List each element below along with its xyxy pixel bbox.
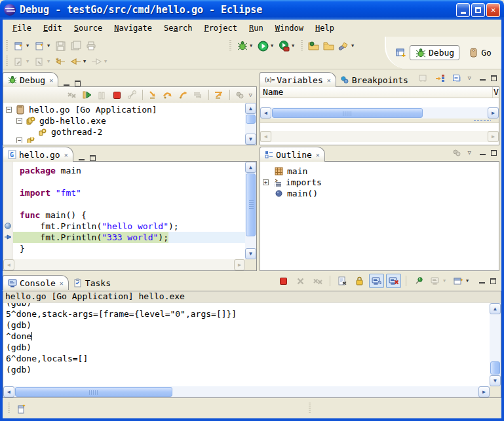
scroll-down-button[interactable]: ▼ — [245, 248, 256, 259]
collapse-all-button[interactable] — [450, 71, 465, 85]
disconnect-button[interactable] — [125, 88, 140, 102]
scroll-up-button[interactable]: ▲ — [245, 103, 256, 114]
window-minimize-button[interactable] — [456, 3, 470, 17]
scrollbar-thumb[interactable] — [272, 108, 423, 118]
close-icon[interactable]: ✕ — [327, 77, 331, 84]
scroll-left-button[interactable]: ◀ — [3, 386, 14, 397]
open-console-button[interactable]: ✦▼ — [451, 274, 472, 288]
debug-tree-row[interactable]: −hello.go [Go Application] — [3, 104, 245, 115]
menu-project[interactable]: Project — [198, 22, 243, 35]
resume-button[interactable] — [79, 88, 94, 102]
suspend-button[interactable] — [94, 88, 109, 102]
view-menu-chevron-icon[interactable]: ▽ — [467, 149, 473, 156]
fast-view-icon[interactable]: ✦ — [16, 403, 27, 414]
next-annotation-button[interactable]: ▼ — [11, 54, 32, 69]
clear-console-button[interactable] — [335, 274, 350, 288]
column-header-value[interactable]: V — [492, 87, 499, 98]
menu-run[interactable]: Run — [243, 22, 269, 35]
scrollbar-thumb[interactable] — [246, 174, 256, 236]
outline-item-row[interactable]: main — [260, 166, 499, 177]
console-vertical-scrollbar[interactable]: ▲ ▼ — [490, 303, 501, 386]
toolbar-grip[interactable] — [229, 40, 231, 52]
show-stdout-toggle[interactable] — [369, 274, 384, 288]
variables-detail-sash[interactable] — [260, 119, 499, 122]
scroll-down-button[interactable]: ▼ — [245, 134, 256, 145]
outline-misc-button[interactable] — [450, 145, 465, 160]
column-header-name[interactable]: Name — [260, 87, 492, 98]
scrollbar-thumb[interactable] — [15, 387, 172, 397]
console-output[interactable]: (gdb)5^done,stack-args=[frame={level="0"… — [4, 303, 490, 386]
display-selected-console-button[interactable]: ▼ — [428, 274, 449, 288]
view-menu-chevron-icon[interactable]: ▽ — [248, 92, 254, 98]
variables-horizontal-scrollbar[interactable]: ◀ ▶ — [260, 107, 499, 119]
console-terminate-button[interactable] — [276, 274, 291, 288]
outline-tab[interactable]: Outline ✕ — [260, 147, 325, 162]
show-logical-structure-button[interactable] — [433, 71, 448, 85]
debug-view-misc-button[interactable] — [233, 88, 248, 102]
code-line[interactable]: package main — [13, 165, 245, 176]
editor-code-area[interactable]: package mainimport "fmt"func main() { fm… — [13, 162, 245, 259]
scroll-right-button[interactable]: ▶ — [478, 386, 490, 397]
forward-button[interactable]: ▼ — [89, 54, 110, 69]
code-line[interactable]: fmt.Println("hello world"); — [13, 221, 245, 232]
menu-window[interactable]: Window — [269, 22, 309, 35]
step-over-button[interactable] — [161, 88, 176, 102]
breakpoints-tab[interactable]: Breakpoints — [336, 72, 414, 87]
minimize-view-button[interactable] — [478, 277, 486, 285]
perspective-debug-button[interactable]: Debug — [410, 45, 459, 60]
variables-detail-pane[interactable] — [260, 122, 499, 131]
toolbar-grip[interactable] — [6, 40, 8, 52]
open-perspective-icon[interactable]: + — [395, 47, 406, 58]
last-edit-location-button[interactable]: ✱ — [53, 54, 68, 69]
view-menu-chevron-icon[interactable]: ▽ — [467, 75, 473, 81]
search-button[interactable]: ▼ — [336, 39, 357, 53]
collapse-expander-icon[interactable]: − — [16, 137, 22, 143]
step-return-button[interactable] — [176, 88, 191, 102]
minimize-view-button[interactable] — [478, 149, 487, 156]
debug-tree-row[interactable]: gothread-2 — [3, 126, 245, 137]
debug-tree-row[interactable]: −gdb-hello.exe — [3, 115, 245, 126]
debug-tree-row[interactable]: − — [3, 137, 245, 143]
close-icon[interactable]: ✕ — [60, 280, 64, 287]
external-tools-button[interactable]: ▼ — [277, 39, 298, 53]
maximize-view-button[interactable] — [490, 149, 498, 156]
menu-edit[interactable]: Edit — [37, 22, 68, 35]
outline-item-row[interactable]: main() — [260, 188, 499, 199]
console-tab[interactable]: Console ✕ — [3, 275, 69, 290]
code-line[interactable]: func main() { — [13, 210, 245, 221]
dropdown-arrow-icon[interactable]: ▼ — [269, 43, 275, 48]
toolbar-grip[interactable] — [6, 56, 8, 67]
tasks-tab[interactable]: Tasks — [69, 275, 116, 290]
menu-help[interactable]: Help — [309, 22, 340, 35]
breakpoint-icon[interactable] — [5, 223, 11, 229]
collapse-expander-icon[interactable]: − — [16, 118, 22, 124]
scrollbar-thumb[interactable] — [490, 361, 500, 375]
drop-to-frame-button[interactable] — [191, 88, 206, 102]
scroll-up-button[interactable]: ▲ — [490, 303, 501, 314]
dropdown-arrow-icon[interactable]: ▼ — [82, 59, 87, 64]
step-into-button[interactable] — [145, 88, 161, 102]
code-line[interactable]: fmt.Println("333 world"); — [13, 232, 245, 243]
dropdown-arrow-icon[interactable]: ▼ — [25, 43, 30, 48]
menu-source[interactable]: Source — [68, 22, 108, 35]
editor-vertical-scrollbar[interactable]: ▲ ▼ — [245, 162, 256, 259]
editor-tab-hello-go[interactable]: G hello.go ✕ — [3, 147, 73, 162]
minimize-view-button[interactable] — [478, 74, 487, 82]
scrollbar-thumb[interactable] — [246, 115, 256, 124]
console-horizontal-scrollbar[interactable]: ◀ ▶ — [3, 386, 490, 397]
collapse-expander-icon[interactable]: − — [6, 107, 12, 113]
perspective-go-button[interactable]: Go — [463, 46, 496, 60]
previous-annotation-button[interactable]: ▼ — [32, 54, 53, 69]
dropdown-arrow-icon[interactable]: ▼ — [290, 43, 296, 48]
terminate-button[interactable] — [109, 88, 125, 102]
print-button[interactable] — [83, 39, 98, 53]
scroll-right-button[interactable]: ▶ — [488, 107, 499, 119]
remove-launch-button[interactable] — [293, 274, 308, 288]
close-icon[interactable]: ✕ — [64, 151, 68, 158]
scroll-up-button[interactable]: ▲ — [245, 162, 256, 173]
code-line[interactable]: } — [13, 243, 245, 254]
variables-tab[interactable]: (x)= Variables ✕ — [260, 72, 336, 87]
code-line[interactable] — [13, 176, 245, 187]
menu-file[interactable]: File — [7, 22, 37, 35]
menu-search[interactable]: Search — [158, 22, 198, 35]
